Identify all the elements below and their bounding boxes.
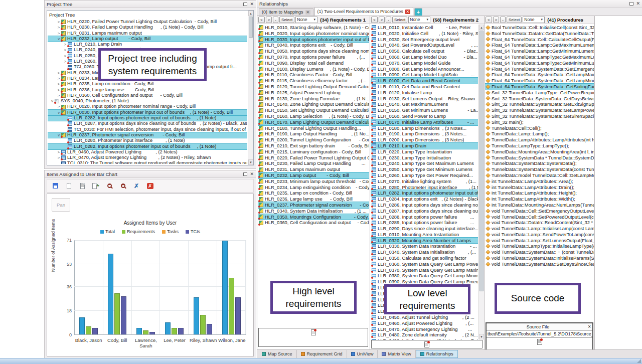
tree-row[interactable]: LLR_0282, Input options photometer input… <box>48 144 247 149</box>
view-tab-map-source[interactable]: Map Source <box>258 350 297 358</box>
tree-row[interactable]: LLR_0287, Input options days since clean… <box>48 121 247 126</box>
list-item[interactable]: LLR_0100, Get Data and Read Content ... <box>371 78 478 84</box>
list-item[interactable]: HLR_0040, Input options exit - Cody, Bil… <box>258 42 369 48</box>
list-item[interactable]: HLR_0230, Failed Lamp Output Handling ..… <box>258 160 369 166</box>
list-item[interactable]: void TunnelData::SystemData:: = (const T… <box>485 249 594 255</box>
list-item[interactable]: LLR_0360, System Data Query Get Lamp Pow… <box>371 261 478 267</box>
list-item[interactable]: void TunnelData::Lamp::InitialiseLamp(co… <box>485 226 594 232</box>
list-item[interactable]: TunnelData::LampType::LampType(); <box>485 143 594 149</box>
tree-row[interactable]: >HLR_0236, Large lamp use - Cody, Bill <box>48 87 247 93</box>
export-report-icon[interactable] <box>78 182 86 190</box>
list-item[interactable]: LLR_0240, Lamp Type Get Maximum Lumens <box>371 160 478 166</box>
list-item[interactable]: TunnelData::LampAttributes::LampAttribut… <box>485 137 594 143</box>
list-item[interactable]: TunnelData::MountingArea::MountingArea(i… <box>485 149 594 155</box>
add-tab-button[interactable]: + <box>414 8 422 16</box>
scroll-down-icon[interactable]: ▼ <box>248 159 253 165</box>
list-item[interactable]: HLR_0150, Set Lighting Output Demand Cal… <box>258 107 369 113</box>
close-icon[interactable]: ✕ <box>250 2 254 6</box>
tree-row[interactable]: >HLR_0231, Lamps maximum output <box>48 31 247 36</box>
list-item[interactable]: LLR_0340, System Data Initialisation , (… <box>371 249 478 255</box>
tree-row[interactable]: TCI_0310: The Tunnel software output pro… <box>48 160 247 164</box>
list-item[interactable]: HLR_0140, Zone Lighting Output Demand Ca… <box>258 101 369 107</box>
list-item[interactable]: HLR_0160, Lamp Selection , (1 Note) - Co… <box>258 113 369 119</box>
collapse-button[interactable]: - <box>500 17 506 23</box>
collapse-button[interactable]: - <box>273 17 278 23</box>
tree-row[interactable]: >LLR_0210, Lamp Drain <box>48 42 247 47</box>
tree-scrollbar[interactable]: ▲ ▼ <box>248 11 253 165</box>
list-item[interactable]: HLR_0050, Input options days since clean… <box>258 48 369 54</box>
nav-prev-button[interactable]: < <box>258 17 265 23</box>
zoom-out-icon[interactable]: − <box>105 182 113 190</box>
list-item[interactable]: LLR_0230, Lamp Type Initialisation <box>371 155 478 161</box>
list-item[interactable]: HLR_0180, Tunnel Lighting Output Handlin… <box>258 125 369 131</box>
nav-prev-button[interactable]: < <box>371 17 378 23</box>
float-icon[interactable] <box>629 2 633 6</box>
tree-row[interactable]: LLR_0282, Input options photometer input… <box>48 115 247 121</box>
list-item[interactable]: Sint_32 TunnelData::SystemData::GetLampP… <box>485 107 594 113</box>
list-item[interactable]: Float_64 TunnelData::SystemData::GetSoil… <box>485 84 594 90</box>
scroll-up-icon[interactable]: ▲ <box>479 25 484 30</box>
list-item[interactable]: int TunnelData::LampAttributes::Width(); <box>485 196 594 202</box>
list-item[interactable]: HLR_0070, Input options power failure , … <box>258 54 369 60</box>
list-item[interactable]: LLR_0160, Send Power to Lamp <box>371 113 478 119</box>
list-item[interactable]: void TunnelData::SystemData::InitialiseP… <box>485 255 594 261</box>
scroll-up-icon[interactable]: ▲ <box>248 11 253 16</box>
list-item[interactable]: LLR_0140, Get MaximumLumens <box>371 101 478 107</box>
list-item[interactable]: TunnelData::SystemData::SystemData(); <box>485 160 594 166</box>
list-item[interactable]: HLR_0170, Lamp Lighting Output Demand Ca… <box>258 119 369 125</box>
list-item[interactable]: LLR_0284, Input options exit , (2 Notes)… <box>371 196 478 202</box>
tab-close-icon[interactable]: ✕ <box>405 10 410 14</box>
close-chart-icon[interactable]: ✗ <box>146 182 154 190</box>
view-tab-uniview[interactable]: UniView <box>347 350 378 358</box>
list-item[interactable]: HLR_0115, Cleanliness efficiency factor … <box>258 78 369 84</box>
list-item[interactable]: HLR_0110, Cleanliness Factor - Cody, Bil… <box>258 72 369 78</box>
list-item[interactable]: LLR_0350, Calculate and get soiling fact… <box>371 255 478 261</box>
tree-row[interactable]: >LLR_0460, Adjust Powered Lighting , (2 … <box>48 149 247 155</box>
zoom-in-icon[interactable]: + <box>119 182 127 190</box>
list-item[interactable]: void TunnelData::Cell::SetPoweredOutputL… <box>485 214 594 220</box>
export-arrow-icon[interactable]: ↷ <box>92 182 100 190</box>
list-item[interactable]: LLR_0020, Initialise Cell , (1 Note) - R… <box>371 31 478 37</box>
list-item[interactable]: LLR_0170, Initialise Lamp Attributes - .… <box>371 119 478 125</box>
list-item[interactable]: LLR_0270, Initialise lighting system , (… <box>371 178 478 185</box>
nav-next-button[interactable]: > <box>493 17 500 23</box>
select-button[interactable]: Select <box>279 17 294 23</box>
list-item[interactable]: int TunnelData::MountingArea::NumLamps(T… <box>485 202 594 208</box>
list-item[interactable]: LLR_0287, Input options days since clean… <box>371 208 478 214</box>
list-item[interactable]: LLR_0289, Input options power failure ..… <box>371 220 478 226</box>
tree-row[interactable]: >LLR_0470, Adjust Emergency Lighting , (… <box>48 155 247 160</box>
list-item[interactable]: LLR_0120, Initialise Lamp <box>371 90 478 96</box>
view-tab-matrix-view[interactable]: Matrix View <box>378 350 415 358</box>
list-item[interactable]: Float_64 TunnelData::Lamp::GetMinimumLum… <box>485 48 594 54</box>
float-icon[interactable] <box>243 3 247 6</box>
list-item[interactable]: Sint_32 TunnelData::SystemData::GetExitS… <box>485 101 594 107</box>
list-item[interactable]: TunnelData::SystemData::SystemData(const… <box>485 166 594 172</box>
filter-dropdown[interactable]: None▼ <box>523 17 545 23</box>
pan-button[interactable]: Pan <box>52 198 70 212</box>
view-tab-requirement-grid[interactable]: Requirement Grid <box>297 350 347 358</box>
list-item[interactable]: LLR_0282, Input options photometer input… <box>371 190 478 196</box>
list-item[interactable]: HLR_0236, Large lamp use - Cody, Bill <box>258 196 369 202</box>
list-item[interactable]: Sint_32 TunnelData::LampType::GetPowerRe… <box>485 90 594 96</box>
list-item[interactable]: LLR_0180, Lamp Dimensions , (3 Notes... <box>371 125 478 131</box>
list-item[interactable]: HLR_0130, Zone Lighting Formulae , (1 N.… <box>258 96 369 102</box>
list-item[interactable]: void TunnelData::Lamp::SetLumensOutput(F… <box>485 238 594 244</box>
list-item[interactable]: LLR_0288, Input options power failure ..… <box>371 214 478 220</box>
list-item[interactable]: LLR_0310, Mounting Area Instantiation <box>371 232 478 238</box>
list-item[interactable]: HLR_0232, Lamp output - Cody, Bill <box>258 172 369 178</box>
list-item[interactable]: HLR_0231, Lamps maximum output <box>258 166 369 172</box>
scroll-thumb[interactable] <box>249 17 253 38</box>
list-item[interactable]: LLR_0060, Get Lamp Model Duo - Bla... <box>371 54 478 60</box>
list-item[interactable]: LLR_0380, System Data Query Get Lamp Min… <box>371 273 478 279</box>
mapping-dropbox[interactable] <box>371 340 483 348</box>
list-item[interactable]: LLR_0190, Lamp Dimensions , (3 Notes... <box>371 131 478 137</box>
list-item[interactable]: HLR_0200, Tunnel Lighting Configuration … <box>258 137 369 143</box>
list-item[interactable]: Sint_32 TunnelData::SystemData::GetSiren… <box>485 113 594 119</box>
list-item[interactable]: LLR_0130, Set Lumens Output - Riley, Sha… <box>371 96 478 102</box>
list-item[interactable]: Float_64 TunnelData::SystemData::GetLamp… <box>485 72 594 78</box>
nav-prev-button[interactable]: < <box>486 17 492 23</box>
list-item[interactable]: LLR_0080, Get Lamp Model Announcer... <box>371 66 478 72</box>
scroll-down-icon[interactable]: ▼ <box>479 334 484 339</box>
list-item[interactable]: TunnelData::SystemData * TunnelData::Sys… <box>485 155 594 161</box>
tree-row[interactable]: LLR_0280, Photometer input interface , (… <box>48 138 247 143</box>
